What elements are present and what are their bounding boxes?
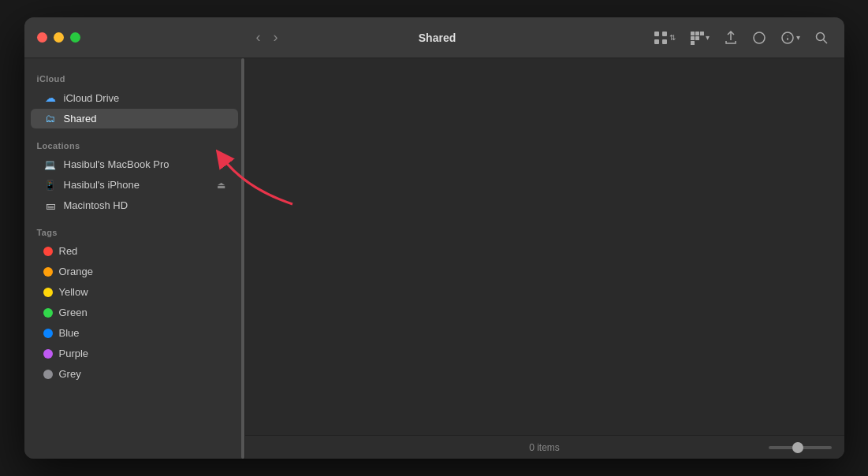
icloud-drive-icon: ☁ (43, 91, 58, 104)
toolbar-actions: ⇅ ▾ (649, 28, 844, 48)
minimize-button[interactable] (54, 32, 64, 43)
svg-rect-2 (654, 39, 659, 44)
svg-point-13 (816, 32, 824, 40)
sidebar-item-macbook[interactable]: 💻 Hasibul's MacBook Pro (31, 154, 238, 174)
shared-icon: 🗂 (43, 113, 58, 125)
sidebar-item-orange[interactable]: Orange (31, 262, 238, 281)
orange-dot (43, 267, 53, 277)
more-button[interactable]: ▾ (776, 28, 805, 48)
window-title: Shared (226, 32, 649, 44)
grid-icon (690, 31, 704, 45)
shared-label: Shared (64, 113, 97, 125)
sidebar-item-purple[interactable]: Purple (31, 344, 238, 363)
macbook-icon: 💻 (43, 159, 58, 170)
svg-line-14 (823, 39, 827, 43)
sidebar-item-red[interactable]: Red (31, 241, 238, 261)
red-dot (43, 247, 53, 256)
hd-icon: 🖴 (43, 200, 58, 211)
titlebar: ‹ › Shared ⇅ (24, 17, 844, 58)
svg-rect-4 (691, 32, 695, 35)
blue-dot (43, 329, 53, 338)
search-button[interactable] (810, 28, 833, 48)
view-options-button[interactable]: ▾ (685, 28, 714, 48)
zoom-track[interactable] (769, 446, 832, 449)
sidebar: iCloud ☁ iCloud Drive 🗂 Shared Locations… (24, 58, 245, 459)
zoom-thumb[interactable] (792, 442, 803, 453)
icloud-drive-label: iCloud Drive (64, 92, 120, 104)
sidebar-item-shared[interactable]: 🗂 Shared (31, 109, 238, 128)
green-dot (43, 308, 53, 318)
green-label: Green (59, 307, 88, 318)
sidebar-item-icloud-drive[interactable]: ☁ iCloud Drive (31, 87, 238, 108)
blue-label: Blue (59, 327, 80, 339)
statusbar: 0 items (245, 435, 844, 459)
grey-dot (43, 370, 53, 379)
purple-dot (43, 349, 53, 359)
iphone-label: Hasibul's iPhone (64, 179, 140, 191)
dropdown-icon: ▾ (706, 33, 710, 42)
content-area: 0 items (245, 58, 844, 459)
close-button[interactable] (37, 32, 47, 43)
zoom-control[interactable] (769, 446, 832, 449)
purple-label: Purple (59, 348, 89, 359)
items-count: 0 items (529, 442, 560, 453)
sidebar-item-green[interactable]: Green (31, 303, 238, 322)
yellow-label: Yellow (59, 286, 88, 298)
sidebar-item-iphone[interactable]: 📱 Hasibul's iPhone ⏏ (31, 175, 238, 195)
traffic-lights (24, 32, 93, 43)
svg-rect-0 (654, 32, 659, 36)
svg-rect-1 (662, 32, 667, 36)
iphone-icon: 📱 (43, 180, 58, 191)
macbook-label: Hasibul's MacBook Pro (64, 158, 170, 170)
locations-section-label: Locations (24, 135, 244, 154)
eject-icon[interactable]: ⏏ (217, 180, 225, 191)
search-icon (814, 31, 829, 45)
svg-rect-7 (691, 36, 695, 40)
sidebar-item-grey[interactable]: Grey (31, 364, 238, 384)
svg-rect-5 (695, 32, 699, 35)
yellow-dot (43, 288, 53, 297)
tags-section-label: Tags (24, 221, 244, 240)
red-label: Red (59, 245, 78, 257)
sidebar-resize-handle[interactable] (241, 58, 244, 459)
share-button[interactable] (719, 28, 743, 48)
content-empty-area (245, 58, 844, 435)
orange-label: Orange (59, 266, 93, 277)
fullscreen-button[interactable] (70, 32, 80, 43)
tag-button[interactable] (747, 28, 771, 48)
svg-rect-3 (662, 39, 667, 44)
sidebar-item-yellow[interactable]: Yellow (31, 282, 238, 302)
hd-label: Macintosh HD (64, 199, 129, 211)
svg-rect-8 (695, 36, 699, 40)
main-content: iCloud ☁ iCloud Drive 🗂 Shared Locations… (24, 58, 844, 459)
icloud-section-label: iCloud (24, 68, 244, 87)
svg-rect-6 (700, 32, 704, 35)
tag-icon (752, 31, 766, 45)
sidebar-item-macintosh-hd[interactable]: 🖴 Macintosh HD (31, 195, 238, 215)
share-icon (724, 31, 738, 45)
chevron-icon: ⇅ (669, 33, 676, 42)
view-icon (654, 31, 668, 45)
more-icon (780, 31, 795, 45)
finder-window: ‹ › Shared ⇅ (24, 17, 844, 459)
svg-rect-9 (691, 41, 695, 45)
sidebar-item-blue[interactable]: Blue (31, 323, 238, 343)
view-toggle-button[interactable]: ⇅ (649, 28, 680, 48)
more-dropdown-icon: ▾ (796, 33, 800, 42)
grey-label: Grey (59, 368, 81, 380)
